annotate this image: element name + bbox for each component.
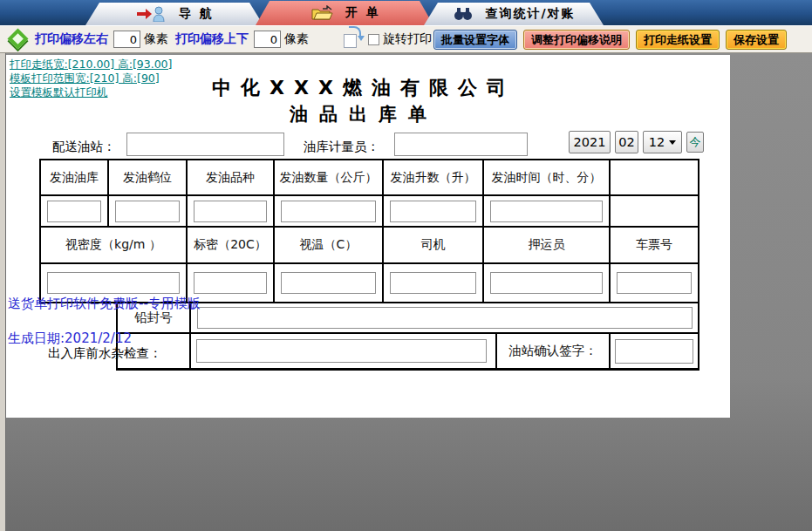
batch-set-font-button[interactable]: 批量设置字体 — [433, 30, 517, 50]
tab-label: 查询统计/对账 — [485, 6, 575, 22]
document-page: 打印走纸宽:[210.00] 高:[93.00] 模板打印范围宽:[210] 高… — [6, 55, 730, 418]
header-cell: 发油品种 — [188, 160, 275, 196]
day-field[interactable]: 12 — [643, 131, 682, 153]
std-density-input[interactable] — [194, 272, 267, 294]
offset-lr-input[interactable] — [113, 31, 140, 48]
header-cell: 标密（20C） — [188, 228, 275, 264]
offset-ud-input[interactable] — [254, 31, 281, 48]
header-cell: 发油时间（时、分） — [484, 160, 611, 196]
watermark-text: 送货单打印软件免费版--专用模版 — [8, 296, 201, 312]
binoculars-icon — [454, 7, 473, 21]
quantity-kg-input[interactable] — [281, 201, 376, 222]
document-title: 油品出库单 — [6, 102, 721, 126]
app-window: 导航 开单 查询统计/对账 打印偏移左右 像素 打印偏移上下 — [0, 0, 812, 531]
meter-operator-label: 油库计量员： — [304, 139, 379, 155]
dropdown-arrow-icon — [669, 140, 676, 145]
station-sign-label: 油站确认签字： — [497, 334, 611, 368]
density-input[interactable] — [47, 272, 180, 294]
rotate-print-label: 旋转打印 — [383, 31, 432, 47]
toolbar-buttons: 批量设置字体 调整打印偏移说明 打印走纸设置 保存设置 — [433, 30, 787, 50]
tab-label: 开单 — [345, 5, 387, 21]
watermark-date-text: 生成日期:2021/2/12 — [8, 330, 132, 347]
paper-feed-settings-button[interactable]: 打印走纸设置 — [636, 30, 720, 50]
water-check-input[interactable] — [196, 339, 487, 363]
rotate-print-icon — [342, 29, 363, 50]
driver-input[interactable] — [390, 272, 476, 294]
folder-icon — [310, 5, 333, 21]
header-cell: 发油升数（升） — [384, 160, 484, 196]
header-cell: 司机 — [384, 228, 484, 264]
month-field[interactable]: 02 — [615, 131, 638, 153]
dispatch-table: 发油油库 发油鹤位 发油品种 发油数量（公斤） 发油升数（升） 发油时间（时、分… — [39, 159, 699, 303]
tab-navigation[interactable]: 导航 — [85, 3, 263, 25]
header-cell: 视密度（kg/m ） — [41, 228, 188, 264]
paper-size-link[interactable]: 打印走纸宽:[210.00] 高:[93.00] — [10, 58, 172, 71]
signoff-table: 铅封号 油站确认签字： — [116, 303, 699, 371]
pixel-unit-label: 像素 — [144, 31, 168, 47]
volume-l-input[interactable] — [390, 201, 476, 222]
diamond-icon — [7, 29, 30, 50]
product-input[interactable] — [194, 201, 267, 222]
nav-person-icon — [137, 6, 167, 22]
header-cell: 发油数量（公斤） — [275, 160, 384, 196]
station-sign-input[interactable] — [615, 339, 693, 364]
adjust-offset-help-button[interactable]: 调整打印偏移说明 — [523, 30, 630, 50]
today-button[interactable]: 今 — [686, 132, 704, 153]
header-cell: 车票号 — [611, 228, 698, 264]
offset-ud-label: 打印偏移上下 — [175, 31, 249, 47]
header-cell: 押运员 — [484, 228, 611, 264]
date-picker: 2021 02 12 今 — [569, 131, 704, 153]
print-settings-toolbar: 打印偏移左右 像素 打印偏移上下 像素 旋转打印 批量设置字体 调整打印偏移说明… — [0, 25, 812, 53]
tab-label: 导航 — [179, 6, 221, 22]
year-field[interactable]: 2021 — [569, 131, 611, 153]
rotate-print-checkbox[interactable] — [368, 34, 379, 45]
seal-input[interactable] — [197, 307, 693, 329]
tab-create-order[interactable]: 开单 — [256, 1, 433, 25]
tab-query-statistics[interactable]: 查询统计/对账 — [424, 3, 604, 25]
station-label: 配送油站： — [52, 139, 116, 155]
ticket-no-input[interactable] — [617, 272, 692, 294]
tab-bar: 导航 开单 查询统计/对账 — [0, 0, 812, 25]
month-value: 02 — [618, 135, 634, 149]
pixel-unit-label: 像素 — [284, 31, 309, 47]
escort-input[interactable] — [490, 272, 603, 294]
time-input[interactable] — [490, 201, 603, 222]
save-settings-button[interactable]: 保存设置 — [726, 30, 787, 50]
water-check-label: 出入库前水杂检查： — [48, 345, 162, 362]
depot-input[interactable] — [47, 201, 101, 222]
gantry-input[interactable] — [115, 201, 180, 222]
temperature-input[interactable] — [281, 272, 376, 294]
header-cell: 视温（C） — [275, 228, 384, 264]
day-value: 12 — [649, 135, 665, 149]
header-cell: 发油鹤位 — [109, 160, 188, 196]
header-cell-empty — [611, 160, 698, 196]
meter-operator-input[interactable] — [394, 133, 528, 156]
station-input[interactable] — [126, 133, 284, 156]
document-preview-area: 打印走纸宽:[210.00] 高:[93.00] 模板打印范围宽:[210] 高… — [0, 53, 812, 531]
year-value: 2021 — [574, 135, 606, 149]
header-cell: 发油油库 — [41, 160, 109, 196]
offset-lr-label: 打印偏移左右 — [35, 31, 108, 47]
left-panel-edge — [0, 53, 6, 531]
company-name: 中化XXX燃油有限公司 — [6, 75, 721, 101]
